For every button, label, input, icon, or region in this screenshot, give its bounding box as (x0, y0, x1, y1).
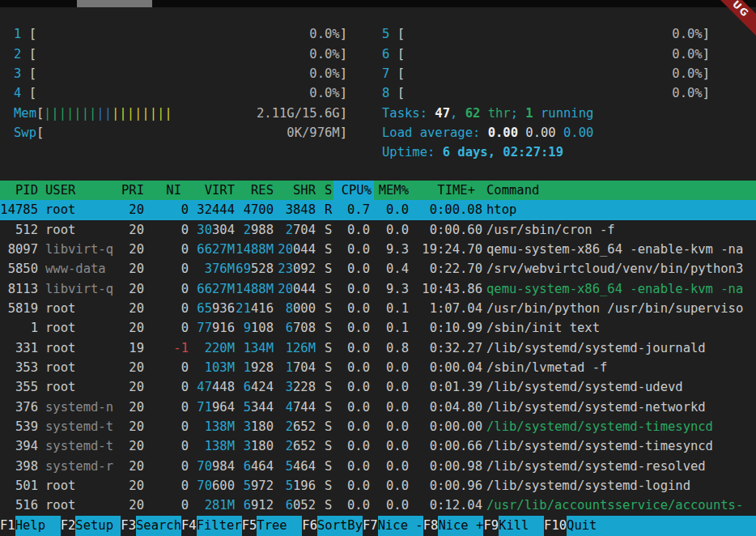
fn-label: Nice - (378, 516, 423, 536)
process-cell-mem: 0.8 (371, 338, 409, 358)
process-cell-mem: 0.4 (371, 259, 409, 279)
process-row[interactable]: 5819root20065936214168000S0.00.11:07.04/… (0, 299, 756, 318)
running-count: 1 (525, 106, 533, 121)
column-header-virt[interactable]: VIRT (197, 181, 235, 200)
process-cell-pri: 20 (105, 436, 144, 456)
process-cell-time: 0:22.70 (414, 259, 482, 279)
process-row[interactable]: 331root19-1220M134M126MS0.00.80:32.27/li… (0, 338, 756, 358)
process-row[interactable]: 516root200281M69126052S0.00.00:12.04/usr… (0, 496, 756, 515)
fn-search[interactable]: F3Search (121, 516, 181, 536)
fn-sortby[interactable]: F6SortBy (302, 516, 363, 536)
process-cell-res: 3180 (236, 417, 274, 436)
fn-key: F10 (544, 516, 567, 536)
fn-label: Quit (567, 516, 756, 536)
process-cell-shr: 6708 (278, 318, 316, 338)
fn-setup[interactable]: F2Setup (61, 516, 121, 536)
process-cell-ni: 0 (151, 279, 189, 299)
uptime-value: 6 days, 02:27:19 (443, 145, 563, 160)
process-row[interactable]: 8097libvirt-q2006627M1488M20044S0.09.319… (0, 240, 756, 259)
column-header-res[interactable]: RES (236, 181, 274, 200)
window-tab[interactable] (77, 0, 152, 7)
process-cell-cmd: /srv/webvirtcloud/venv/bin/python3 (486, 259, 756, 279)
fn-nice-plus[interactable]: F8Nice + (423, 516, 484, 536)
process-cell-res: 3180 (236, 436, 274, 456)
process-cell-cpu: 0.0 (332, 476, 370, 496)
process-row[interactable]: 398systemd-r2007098464645464S0.00.00:00.… (0, 457, 756, 476)
process-cell-mem: 0.0 (371, 377, 409, 397)
fn-key: F4 (181, 516, 197, 536)
process-cell-cmd: /lib/systemd/systemd-timesyncd (486, 436, 756, 456)
fn-key: F3 (121, 516, 136, 536)
process-cell-shr: 8000 (278, 299, 316, 318)
process-cell-cmd: /lib/systemd/systemd-resolved (486, 457, 756, 476)
process-row[interactable]: 376systemd-n2007196453444744S0.00.00:04.… (0, 398, 756, 417)
column-header-time[interactable]: TIME+ (414, 181, 475, 200)
close-bracket: ] (703, 27, 710, 41)
fn-key: F2 (61, 516, 76, 536)
process-cell-mem: 0.0 (371, 436, 409, 456)
process-cell-pid: 8113 (0, 279, 38, 299)
fn-key: F7 (363, 516, 378, 536)
process-cell-pri: 20 (105, 417, 144, 436)
tasks-label: Tasks: (382, 106, 435, 121)
process-row[interactable]: 512root2003030429882704S0.00.00:00.60/us… (0, 220, 756, 240)
process-row[interactable]: 539systemd-t200138M31802652S0.00.00:00.0… (0, 417, 756, 436)
process-cell-shr: 3848 (278, 200, 316, 219)
process-row[interactable]: 353root200103M19281704S0.00.00:00.04/sbi… (0, 358, 756, 377)
process-cell-cpu: 0.0 (332, 436, 370, 456)
column-header-pri[interactable]: PRI (105, 181, 144, 200)
fn-tree[interactable]: F5Tree (242, 516, 303, 536)
column-header-cmd[interactable]: Command (486, 181, 756, 200)
process-row[interactable]: 5850www-data200376M6952823092S0.00.40:22… (0, 259, 756, 279)
process-row[interactable]: 394systemd-t200138M31802652S0.00.00:00.6… (0, 436, 756, 456)
process-cell-cpu: 0.0 (332, 417, 370, 436)
process-cell-time: 0:00.04 (414, 358, 482, 377)
cpu-meter-5: 5 [0.0%] (0, 24, 756, 44)
column-header-shr[interactable]: SHR (278, 181, 316, 200)
process-row[interactable]: 501root2007060059725196S0.00.00:00.96/li… (0, 476, 756, 496)
process-cell-cpu: 0.0 (332, 299, 370, 318)
process-cell-pid: 1 (0, 318, 38, 338)
fn-nice-minus[interactable]: F7Nice - (363, 516, 423, 536)
process-cell-pid: 5819 (0, 299, 38, 318)
process-cell-mem: 0.0 (371, 200, 409, 219)
process-cell-shr: 126M (278, 338, 316, 358)
process-cell-res: 134M (236, 338, 274, 358)
column-header-pid[interactable]: PID (0, 181, 38, 200)
process-cell-res: 69528 (236, 259, 274, 279)
fn-label: Filter (197, 516, 242, 536)
process-row[interactable]: 355root2004744864243228S0.00.00:01.39/li… (0, 377, 756, 397)
column-header-ni[interactable]: NI (151, 181, 181, 200)
open-bracket: [ (397, 27, 405, 41)
fn-quit[interactable]: F10Quit (544, 516, 756, 536)
fn-key: F5 (242, 516, 257, 536)
cpu-meter-7: 7 [0.0%] (0, 64, 756, 83)
load-five-minute: 0.00 (518, 125, 556, 140)
process-row[interactable]: 14785root2003244447003848R0.70.00:00.08h… (0, 200, 756, 219)
process-cell-res: 1488M (236, 240, 274, 259)
column-header-cpu[interactable]: CPU% (333, 181, 374, 200)
fn-key: F9 (483, 516, 499, 536)
process-row[interactable]: 1root2007791691086708S0.00.10:10.99/sbin… (0, 318, 756, 338)
process-cell-cpu: 0.0 (332, 496, 370, 515)
column-header-mem[interactable]: MEM% (371, 181, 409, 200)
process-cell-time: 0:00.96 (414, 476, 482, 496)
fn-filter[interactable]: F4Filter (181, 516, 242, 536)
process-cell-time: 0:00.00 (414, 417, 482, 436)
process-cell-pid: 5850 (0, 259, 38, 279)
process-row[interactable]: 8113libvirt-q2006627M1488M20044S0.09.310… (0, 279, 756, 299)
process-cell-res: 21416 (236, 299, 274, 318)
process-cell-mem: 0.0 (371, 398, 409, 417)
process-cell-mem: 0.1 (371, 299, 409, 318)
process-cell-cpu: 0.0 (332, 338, 370, 358)
process-cell-pri: 20 (105, 279, 144, 299)
cpu-meter-6: 6 [0.0%] (0, 45, 756, 64)
process-cell-mem: 0.0 (371, 358, 409, 377)
process-cell-ni: 0 (151, 417, 189, 436)
process-cell-time: 10:43.86 (414, 279, 482, 299)
fn-kill[interactable]: F9Kill (483, 516, 544, 536)
tasks-text: Tasks: 47, 62 thr; 1 running (382, 104, 593, 123)
fn-help[interactable]: F1Help (0, 516, 61, 536)
cpu-number: 6 (382, 47, 397, 62)
process-cell-mem: 0.0 (371, 476, 409, 496)
